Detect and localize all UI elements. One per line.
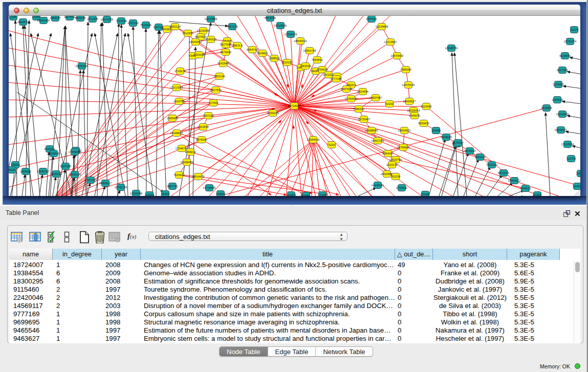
svg-text:9146821: 9146821 [257,52,268,55]
svg-text:1145194: 1145194 [51,172,61,176]
svg-text:7386322: 7386322 [353,107,364,111]
svg-text:18300295: 18300295 [267,112,279,115]
svg-text:16520746: 16520746 [389,158,402,161]
svg-text:124504: 124504 [145,193,155,196]
svg-text:14136141: 14136141 [372,184,384,187]
svg-text:9129906: 9129906 [559,54,571,57]
svg-text:1610755: 1610755 [173,100,185,103]
svg-text:12505135: 12505135 [69,173,81,176]
svg-text:3267110: 3267110 [203,114,213,117]
svg-text:16671355: 16671355 [101,18,114,21]
svg-text:2803144: 2803144 [214,75,225,78]
svg-text:77145: 77145 [318,193,326,196]
svg-text:1824554: 1824554 [357,90,368,93]
svg-text:16033809: 16033809 [205,17,217,20]
svg-text:417006: 417006 [209,101,219,104]
svg-text:1865287: 1865287 [50,16,61,19]
svg-text:12975125: 12975125 [402,83,415,86]
svg-text:9384067: 9384067 [382,152,394,155]
svg-text:13584554: 13584554 [307,138,320,141]
svg-text:10973493: 10973493 [391,54,404,57]
svg-text:12213967: 12213967 [384,40,397,43]
svg-text:92450: 92450 [573,185,580,188]
svg-text:1498222: 1498222 [185,150,196,154]
svg-text:1349575: 1349575 [409,114,420,117]
svg-text:8427552: 8427552 [210,89,222,92]
svg-text:8454749: 8454749 [247,48,258,51]
svg-text:6794024: 6794024 [317,68,328,71]
svg-text:11124: 11124 [571,28,578,31]
svg-text:1588520: 1588520 [269,57,280,60]
svg-text:8813054: 8813054 [265,16,276,19]
svg-text:8938923: 8938923 [441,136,452,139]
svg-text:18463627: 18463627 [403,100,416,103]
svg-text:9327508: 9327508 [220,43,231,46]
svg-text:19166825: 19166825 [170,132,183,135]
svg-text:20053346: 20053346 [76,64,89,68]
svg-text:104542: 104542 [216,192,226,195]
svg-text:62160: 62160 [385,102,394,105]
svg-text:9474444: 9474444 [464,149,475,152]
svg-text:15720407: 15720407 [358,118,371,121]
svg-text:16961758: 16961758 [303,49,316,52]
svg-text:8471676: 8471676 [498,171,509,174]
svg-text:1353594: 1353594 [198,125,209,128]
svg-text:1733426: 1733426 [396,186,407,189]
svg-text:8475645: 8475645 [220,51,231,54]
svg-text:19218506: 19218506 [274,24,287,27]
svg-text:87645: 87645 [421,193,429,196]
svg-text:15751074: 15751074 [564,40,577,43]
svg-text:7485063: 7485063 [400,68,411,71]
svg-text:3912954: 3912954 [182,32,193,35]
svg-text:16099489: 16099489 [181,161,193,164]
svg-text:3397588: 3397588 [60,165,71,168]
svg-text:1965493: 1965493 [167,117,178,120]
svg-text:1527602: 1527602 [64,16,75,18]
svg-text:10807487: 10807487 [369,96,382,99]
svg-text:13325419: 13325419 [285,33,297,36]
svg-text:15692971: 15692971 [555,128,568,132]
svg-text:2718176: 2718176 [175,70,186,73]
svg-text:252234: 252234 [391,175,401,178]
svg-text:9327503: 9327503 [195,35,206,38]
svg-text:16782759: 16782759 [115,186,127,189]
svg-text:20691406: 20691406 [37,19,50,22]
svg-text:12923446: 12923446 [130,192,143,195]
svg-text:1615172: 1615172 [386,163,398,166]
svg-text:17957223: 17957223 [84,179,97,182]
svg-text:7515526: 7515526 [140,24,151,27]
svg-text:2305571: 2305571 [17,20,29,24]
svg-text:1071915: 1071915 [87,17,98,20]
svg-text:15718485: 15718485 [203,186,216,189]
svg-text:21364436: 21364436 [345,97,358,100]
svg-text:17016504: 17016504 [561,143,574,146]
svg-text:12942757: 12942757 [37,170,50,173]
svg-text:23226058: 23226058 [197,29,210,32]
svg-text:2687662: 2687662 [366,17,377,20]
svg-text:7632621: 7632621 [486,163,497,166]
svg-text:19654923: 19654923 [398,129,411,132]
svg-text:9777169: 9777169 [331,77,342,80]
svg-text:9857791: 9857791 [167,185,178,188]
svg-text:3660124: 3660124 [169,25,181,28]
svg-text:17046798: 17046798 [176,147,188,150]
svg-text:7515526: 7515526 [116,19,127,23]
svg-text:16543362: 16543362 [189,40,202,43]
svg-text:16154808: 16154808 [376,25,388,28]
svg-text:10025433: 10025433 [407,109,420,112]
svg-text:82045: 82045 [302,194,310,196]
svg-text:120103: 120103 [576,172,580,175]
svg-text:7357274: 7357274 [227,25,238,28]
svg-text:9227342: 9227342 [557,69,568,72]
svg-text:6497508: 6497508 [341,87,352,91]
svg-text:6179197: 6179197 [452,141,464,144]
svg-text:8466160: 8466160 [75,16,86,19]
svg-text:16914479: 16914479 [192,175,205,178]
svg-text:10688609: 10688609 [365,129,378,132]
svg-text:9115460: 9115460 [421,105,431,108]
svg-text:39159: 39159 [9,168,16,171]
svg-text:1244415: 1244415 [552,98,563,101]
svg-text:17359938: 17359938 [69,150,81,154]
svg-text:18407249: 18407249 [372,139,384,142]
svg-text:16648784: 16648784 [445,47,458,50]
